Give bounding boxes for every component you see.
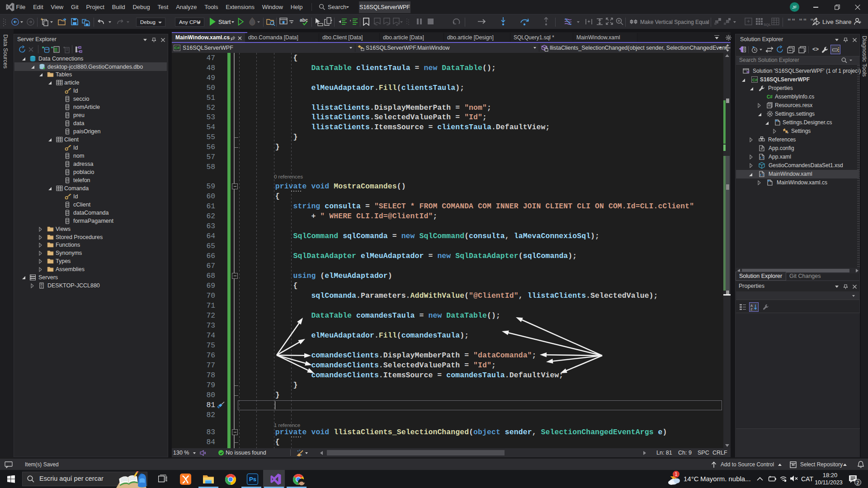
svg-text:C#: C# bbox=[767, 94, 773, 99]
svg-text:Z: Z bbox=[750, 307, 753, 311]
svg-text:C#: C# bbox=[752, 78, 758, 82]
svg-text:': ' bbox=[349, 20, 352, 25]
